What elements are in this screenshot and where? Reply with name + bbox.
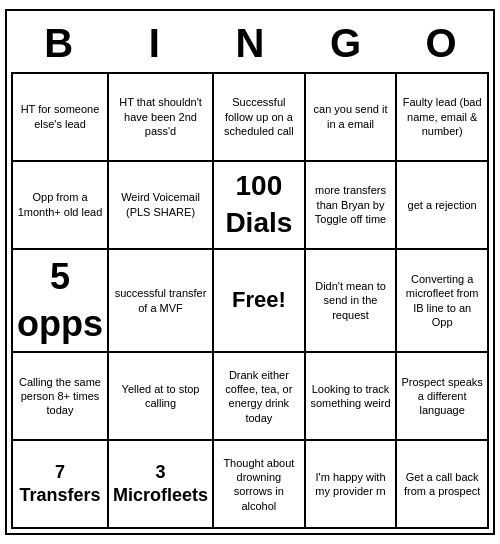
bingo-cell-19[interactable]: Prospect speaks a different language	[397, 353, 489, 441]
bingo-cell-16[interactable]: Yelled at to stop calling	[109, 353, 214, 441]
bingo-cell-22[interactable]: Thought about drowning sorrows in alcoho…	[214, 441, 306, 529]
bingo-cell-14[interactable]: Converting a microfleet from IB line to …	[397, 250, 489, 354]
bingo-cell-13[interactable]: Didn't mean to send in the request	[306, 250, 398, 354]
letter-n: N	[206, 21, 294, 66]
bingo-cell-23[interactable]: I'm happy with my provider rn	[306, 441, 398, 529]
bingo-cell-0[interactable]: HT for someone else's lead	[13, 74, 109, 162]
letter-b: B	[15, 21, 103, 66]
bingo-cell-9[interactable]: get a rejection	[397, 162, 489, 250]
letter-g: G	[302, 21, 390, 66]
bingo-cell-7[interactable]: 100 Dials	[214, 162, 306, 250]
bingo-cell-12[interactable]: Free!	[214, 250, 306, 354]
bingo-cell-3[interactable]: can you send it in a email	[306, 74, 398, 162]
bingo-cell-10[interactable]: 5 opps	[13, 250, 109, 354]
bingo-cell-15[interactable]: Calling the same person 8+ times today	[13, 353, 109, 441]
bingo-header: B I N G O	[11, 15, 489, 72]
letter-o: O	[397, 21, 485, 66]
bingo-cell-20[interactable]: 7 Transfers	[13, 441, 109, 529]
bingo-cell-1[interactable]: HT that shouldn't have been 2nd pass'd	[109, 74, 214, 162]
letter-i: I	[110, 21, 198, 66]
bingo-card: B I N G O HT for someone else's leadHT t…	[5, 9, 495, 536]
bingo-cell-6[interactable]: Weird Voicemail (PLS SHARE)	[109, 162, 214, 250]
bingo-cell-21[interactable]: 3 Microfleets	[109, 441, 214, 529]
bingo-cell-8[interactable]: more transfers than Bryan by Toggle off …	[306, 162, 398, 250]
bingo-cell-4[interactable]: Faulty lead (bad name, email & number)	[397, 74, 489, 162]
bingo-grid: HT for someone else's leadHT that should…	[11, 72, 489, 530]
bingo-cell-5[interactable]: Opp from a 1month+ old lead	[13, 162, 109, 250]
bingo-cell-2[interactable]: Successful follow up on a scheduled call	[214, 74, 306, 162]
bingo-cell-17[interactable]: Drank either coffee, tea, or energy drin…	[214, 353, 306, 441]
bingo-cell-24[interactable]: Get a call back from a prospect	[397, 441, 489, 529]
bingo-cell-11[interactable]: successful transfer of a MVF	[109, 250, 214, 354]
bingo-cell-18[interactable]: Looking to track something weird	[306, 353, 398, 441]
